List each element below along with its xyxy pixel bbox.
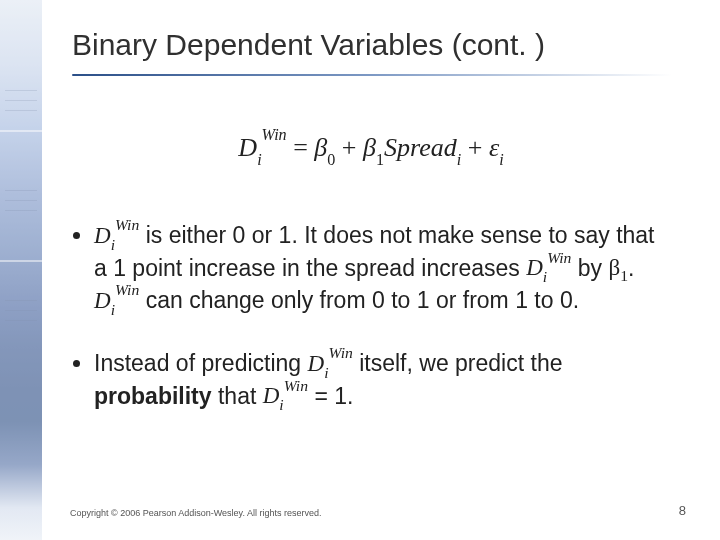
regression-equation: DiWin = β0 + β1Spreadi + εi	[238, 132, 503, 166]
b2-bold: probability	[94, 382, 212, 408]
bullet-list: DiWin is either 0 or 1. It does not make…	[72, 220, 670, 414]
eq-b0-sym: β	[314, 133, 327, 162]
var-D-4: DiWin	[308, 351, 353, 376]
page-number: 8	[679, 503, 686, 518]
beta1: β1	[609, 255, 629, 280]
b1-text-b: by	[571, 254, 608, 280]
b2-text-d: = 1.	[308, 382, 353, 408]
eq-equals: =	[287, 133, 315, 162]
var-D-3: DiWin	[94, 288, 139, 313]
b1-text-d: can change only from 0 to 1 or from 1 to…	[139, 287, 579, 313]
copyright-footer: Copyright © 2006 Pearson Addison-Wesley.…	[70, 508, 321, 518]
b2-text-b: itself, we predict the	[353, 350, 563, 376]
eq-spread-base: Spread	[384, 133, 457, 162]
var-D-5: DiWin	[263, 383, 308, 408]
eq-eps-sub: i	[499, 151, 503, 168]
eq-b0-sub: 0	[327, 151, 335, 168]
title-underline	[72, 74, 672, 76]
bullet-2: Instead of predicting DiWin itself, we p…	[94, 348, 670, 413]
eq-plus2: +	[461, 133, 489, 162]
slide: Binary Dependent Variables (cont. ) DiWi…	[0, 0, 720, 540]
eq-lhs-base: D	[238, 133, 257, 162]
eq-plus1: +	[335, 133, 363, 162]
equation-block: DiWin = β0 + β1Spreadi + εi	[72, 132, 670, 166]
var-D-1: DiWin	[94, 223, 139, 248]
b2-text-a: Instead of predicting	[94, 350, 308, 376]
eq-eps-sym: ε	[489, 133, 499, 162]
eq-lhs-sup: Win	[262, 126, 287, 143]
eq-lhs-sub: i	[257, 151, 261, 168]
var-D-2: DiWin	[526, 255, 571, 280]
eq-b1-sym: β	[363, 133, 376, 162]
slide-content: Binary Dependent Variables (cont. ) DiWi…	[0, 0, 720, 483]
slide-title: Binary Dependent Variables (cont. )	[72, 28, 670, 66]
eq-b1-sub: 1	[376, 151, 384, 168]
b1-text-c: .	[628, 254, 634, 280]
bullet-1: DiWin is either 0 or 1. It does not make…	[94, 220, 670, 318]
eq-spread-sub: i	[457, 151, 461, 168]
b2-text-c: that	[212, 382, 263, 408]
